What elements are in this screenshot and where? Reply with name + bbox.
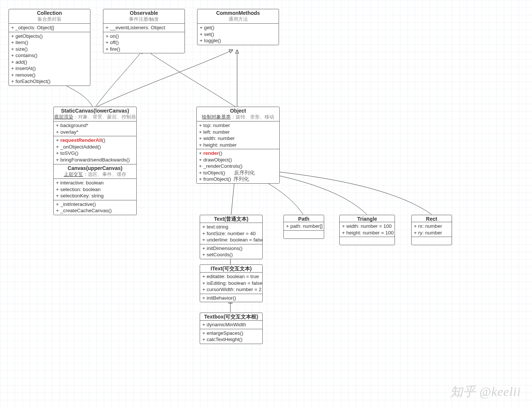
attrs: + interactive: boolean+ selection: boole… <box>54 179 136 200</box>
class-subtitle: 事件注册/触发 <box>103 16 184 23</box>
class-collection: Collection 集合类封装 + _objects: Object[] + … <box>9 9 90 86</box>
class-title: Text(普通文本) <box>200 215 262 223</box>
class-itext: IText(可交互文本) + editable: boolean = true+… <box>200 264 263 302</box>
methods <box>340 237 395 245</box>
class-subtitle: 底层渲染：对象、背景、蒙层、控制器 <box>54 114 136 121</box>
methods: + getObjects()+ item() + size()+ contain… <box>9 32 90 86</box>
attrs: + path: number[] <box>284 222 324 230</box>
methods: + get()+ set()+ toggle() <box>197 23 279 45</box>
class-title: Rect <box>412 215 452 222</box>
class-commonmethods: CommonMethods 通用方法 + get()+ set()+ toggl… <box>197 9 279 45</box>
attrs: + __eventListeners: Object <box>103 23 184 32</box>
attrs: + rx: number+ ry: number <box>412 222 452 237</box>
class-rect: Rect + rx: number+ ry: number <box>411 215 452 245</box>
class-title: CommonMethods <box>197 9 279 16</box>
methods: + initBehavior() <box>200 294 262 302</box>
attrs: + editable: boolean = true+ isEditing: b… <box>200 272 262 294</box>
class-staticcanvas: StaticCanvas(lowerCanvas) 底层渲染：对象、背景、蒙层、… <box>53 107 137 171</box>
class-path: Path + path: number[] <box>283 215 324 239</box>
class-textbox: Textbox(可交互文本框) + dynamicMinWidth + enla… <box>200 313 263 344</box>
class-title: Observable <box>103 9 184 16</box>
methods: + render() + drawObject() + _renderContr… <box>197 149 279 183</box>
class-triangle: Triangle + width: number = 100+ height: … <box>339 215 395 245</box>
class-subtitle: 上层交互：选区、事件、缓存 <box>54 171 136 179</box>
class-title: Object <box>197 107 279 114</box>
class-observable: Observable 事件注册/触发 + __eventListeners: O… <box>103 9 185 53</box>
attrs: + width: number = 100+ height: number = … <box>340 222 395 237</box>
class-object: Object 绘制对象基类：旋转、变形、移动 + top: number+ le… <box>196 107 280 184</box>
class-subtitle: 集合类封装 <box>9 16 90 23</box>
attrs: + _objects: Object[] <box>9 23 90 32</box>
class-title: Textbox(可交互文本框) <box>200 313 262 320</box>
methods: + _initInteractive()+ _createCacheCanvas… <box>54 200 136 215</box>
attrs: + dynamicMinWidth <box>200 320 262 329</box>
class-title: Triangle <box>340 215 395 222</box>
methods <box>284 230 324 238</box>
attrs: + text:string+ fontSize: number = 40+ un… <box>200 223 262 244</box>
class-title: Canvas(upperCanvas) <box>54 164 136 171</box>
methods: + enlargeSpaces()+ calcTextHeight() <box>200 329 262 344</box>
attrs: + top: number+ left: number + width: num… <box>197 121 279 149</box>
class-title: Collection <box>9 9 90 16</box>
class-canvas: Canvas(upperCanvas) 上层交互：选区、事件、缓存 + inte… <box>53 164 137 215</box>
class-title: StaticCanvas(lowerCanvas) <box>54 107 136 114</box>
methods <box>412 237 452 245</box>
attrs: + background*+ overlay* <box>54 121 136 136</box>
watermark: 知乎 @keelii <box>450 383 521 400</box>
methods: + initDimensions()+ setCoords() <box>200 244 262 259</box>
class-title: IText(可交互文本) <box>200 265 262 272</box>
class-subtitle: 通用方法 <box>197 16 279 23</box>
class-title: Path <box>284 215 324 222</box>
class-text: Text(普通文本) + text:string+ fontSize: numb… <box>200 215 263 259</box>
methods: + on()+ off()+ fire() <box>103 32 184 53</box>
class-subtitle: 绘制对象基类：旋转、变形、移动 <box>197 114 279 121</box>
